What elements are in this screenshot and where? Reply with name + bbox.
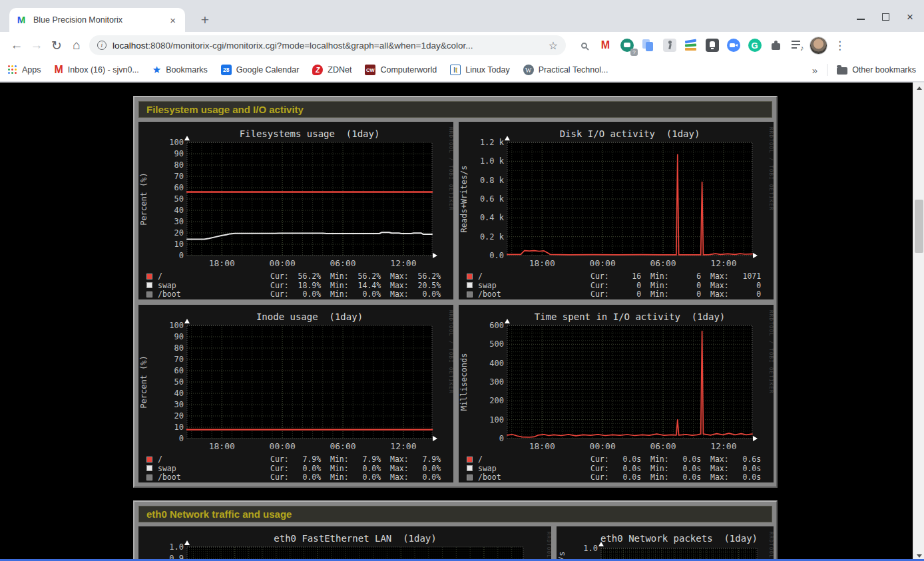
forward-icon[interactable]: → <box>27 35 47 55</box>
svg-text:30: 30 <box>174 217 184 226</box>
playlist-extension-icon[interactable]: ♪ <box>788 37 806 55</box>
reload-icon[interactable]: ↻ <box>47 35 67 55</box>
monitorix-favicon: M <box>16 15 27 25</box>
eth0-network-packets-chart[interactable]: 1.0eth0 Network packets (1day)Packets/sR… <box>557 526 774 561</box>
profile-avatar[interactable] <box>809 37 827 55</box>
extensions-row: M ? G ♪ ⋮ <box>575 37 849 55</box>
page-content: Filesystem usage and I/O activity 100908… <box>0 83 924 561</box>
svg-text:Milliseconds: Milliseconds <box>459 353 469 411</box>
star-icon: ★ <box>152 64 161 76</box>
legend-series-stats: Cur: 16 Min: 6 Max: 1071 <box>590 272 761 281</box>
bookmark-inbox[interactable]: M Inbox (16) - sjvn0... <box>55 64 139 76</box>
time-spent-io-chart[interactable]: 600500400300200100018:0000:0006:0012:00T… <box>459 305 774 482</box>
zdnet-icon: Z <box>312 65 323 75</box>
inode-usage-chart[interactable]: 100908070605040302010018:0000:0006:0012:… <box>138 305 453 482</box>
svg-text:30: 30 <box>174 400 184 409</box>
svg-text:06:00: 06:00 <box>650 441 676 451</box>
svg-text:1.2 k: 1.2 k <box>480 138 505 147</box>
svg-text:12:00: 12:00 <box>710 441 736 451</box>
svg-text:Percent (%): Percent (%) <box>139 355 148 408</box>
other-bookmarks[interactable]: Other bookmarks <box>837 65 916 75</box>
bookmark-google-calendar[interactable]: 28 Google Calendar <box>221 65 300 75</box>
url-text[interactable]: localhost:8080/monitorix-cgi/monitorix.c… <box>113 41 543 51</box>
eth0-network-packets-plot: 1.0eth0 Network packets (1day)Packets/sR… <box>557 526 774 561</box>
svg-text:06:00: 06:00 <box>650 258 676 268</box>
eth0-fastethernet-lan-chart[interactable]: 1.00.9eth0 FastEthernet LAN (1day)RRDTOO… <box>138 526 551 561</box>
svg-text:40: 40 <box>174 206 184 215</box>
svg-text:Percent (%): Percent (%) <box>139 172 148 225</box>
svg-text:0.0: 0.0 <box>489 251 504 260</box>
legend-series-stats: Cur: 56.2% Min: 56.2% Max: 56.2% <box>270 272 441 281</box>
y-axis-arrow-icon <box>505 319 510 323</box>
legend-series-stats: Cur: 0.0% Min: 0.0% Max: 0.0% <box>270 464 441 473</box>
window-close-icon[interactable]: × <box>907 13 913 21</box>
svg-text:100: 100 <box>169 321 184 330</box>
bookmarks-overflow-icon[interactable]: » <box>812 65 817 76</box>
bookmark-apps[interactable]: Apps <box>8 65 41 75</box>
person-extension-icon[interactable] <box>660 37 678 55</box>
svg-text:400: 400 <box>489 359 504 368</box>
rrdtool-signature: RRDTOOL / TOBI OETIKER <box>448 127 453 211</box>
disk-io-activity-chart[interactable]: 1.2 k1.0 k0.8 k0.6 k0.4 k0.2 k0.018:0000… <box>459 122 774 299</box>
google-voice-extension-icon[interactable]: ? <box>618 37 636 55</box>
x-axis-arrow-icon <box>433 436 437 441</box>
page-info-icon[interactable]: i <box>97 41 107 50</box>
svg-text:00:00: 00:00 <box>590 258 616 268</box>
svg-text:70: 70 <box>174 355 184 364</box>
svg-text:06:00: 06:00 <box>330 441 355 451</box>
svg-text:50: 50 <box>174 194 184 204</box>
lamp-extension-icon[interactable] <box>703 37 721 55</box>
tab-title: Blue Precision Monitorix <box>33 15 167 25</box>
filesystems-usage-legend-root: /Cur: 56.2% Min: 56.2% Max: 56.2% <box>146 272 162 281</box>
legend-swatch-icon <box>467 474 473 480</box>
svg-text:0: 0 <box>179 251 184 260</box>
vertical-scrollbar[interactable] <box>913 83 924 561</box>
bookmark-linux-today[interactable]: lt Linux Today <box>450 65 510 75</box>
address-bar[interactable]: i localhost:8080/monitorix-cgi/monitorix… <box>89 35 566 55</box>
bookmark-bookmarks[interactable]: ★ Bookmarks <box>152 64 208 76</box>
svg-text:M: M <box>17 15 26 25</box>
zoom-extension-icon[interactable] <box>724 37 742 55</box>
svg-text:12:00: 12:00 <box>390 258 416 268</box>
browser-tab[interactable]: M Blue Precision Monitorix × <box>9 8 185 32</box>
bookmark-practical-technology[interactable]: W Practical Technol... <box>523 65 608 75</box>
svg-text:0.6 k: 0.6 k <box>480 194 505 204</box>
time-spent-io-legend-rootboot: /bootCur: 0.0s Min: 0.0s Max: 0.0s <box>467 472 501 482</box>
bookmark-zdnet[interactable]: Z ZDNet <box>312 65 351 75</box>
browser-menu-icon[interactable]: ⋮ <box>831 37 849 55</box>
grammarly-extension-icon[interactable]: G <box>746 37 764 55</box>
search-extension-icon[interactable] <box>575 37 593 55</box>
time-spent-io-legend-root: /Cur: 0.0s Min: 0.0s Max: 0.6s <box>467 455 483 464</box>
bookmark-star-icon[interactable]: ☆ <box>549 39 558 52</box>
home-icon[interactable]: ⌂ <box>67 35 87 55</box>
window-minimize-icon[interactable] <box>857 19 865 20</box>
legend-series-name: / <box>478 455 483 464</box>
legend-swatch-icon <box>146 465 152 471</box>
new-tab-button[interactable]: + <box>196 11 214 29</box>
svg-text:00:00: 00:00 <box>270 441 296 451</box>
back-icon[interactable]: ← <box>7 35 27 55</box>
filesystems-usage-chart[interactable]: 100908070605040302010018:0000:0006:0012:… <box>138 122 453 299</box>
window-maximize-icon[interactable] <box>882 13 889 21</box>
svg-text:1.0: 1.0 <box>169 542 184 552</box>
svg-text:18:00: 18:00 <box>209 441 235 451</box>
svg-text:0: 0 <box>499 434 504 443</box>
gmail-extension-icon[interactable]: M <box>596 37 614 55</box>
svg-text:Filesystems usage (1day): Filesystems usage (1day) <box>240 128 380 139</box>
books-extension-icon[interactable] <box>682 37 700 55</box>
copy-pages-extension-icon[interactable] <box>639 37 657 55</box>
legend-swatch-icon <box>146 282 152 288</box>
bookmark-computerworld[interactable]: CW Computerworld <box>365 65 437 75</box>
tab-close-icon[interactable]: × <box>167 15 178 26</box>
svg-text:18:00: 18:00 <box>209 258 235 268</box>
x-axis-arrow-icon <box>753 436 758 441</box>
scrollbar-up-icon[interactable] <box>913 83 924 93</box>
svg-text:0.4 k: 0.4 k <box>480 213 505 222</box>
legend-series-name: swap <box>478 464 497 473</box>
extensions-puzzle-icon[interactable] <box>767 37 785 55</box>
legend-swatch-icon <box>467 274 473 280</box>
svg-text:eth0 FastEthernet LAN (1day): eth0 FastEthernet LAN (1day) <box>274 533 436 544</box>
scrollbar-thumb[interactable] <box>915 200 923 253</box>
svg-text:Inode usage (1day): Inode usage (1day) <box>256 311 363 322</box>
section-title-network: eth0 Network traffic and usage <box>138 506 772 522</box>
